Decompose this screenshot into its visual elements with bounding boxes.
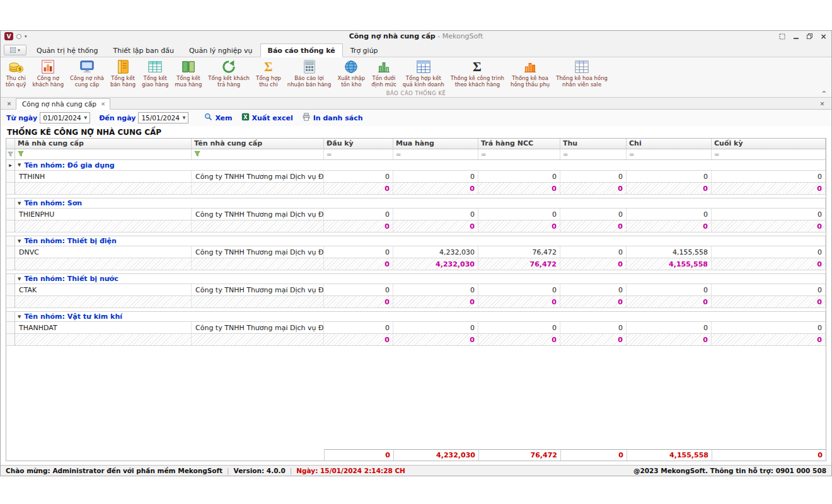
value-cell[interactable]: 0 xyxy=(560,246,627,258)
column-header[interactable]: Trả hàng NCC xyxy=(478,139,560,149)
value-cell[interactable]: 0 xyxy=(627,209,712,220)
column-header[interactable]: Thu xyxy=(560,139,627,149)
collapse-arrow-icon[interactable]: ▼ xyxy=(18,201,21,206)
value-cell[interactable]: 4,155,558 xyxy=(627,246,712,258)
filter-cell[interactable]: = xyxy=(712,149,826,159)
ribbon-button[interactable]: Công nợ nhàcung cấp xyxy=(67,59,107,90)
to-date-input[interactable] xyxy=(139,114,180,122)
filter-cell[interactable]: = xyxy=(393,149,478,159)
value-cell[interactable]: 0 xyxy=(478,171,560,183)
column-header[interactable]: Tên nhà cung cấp xyxy=(192,139,324,149)
ribbon-button[interactable]: Báo cáo lợinhuận bán hàng xyxy=(284,59,335,90)
ribbon-button[interactable]: Tổng hợp kếtquả kinh doanh xyxy=(400,59,448,90)
ribbon-tab[interactable]: Quản trị hệ thống xyxy=(29,43,105,57)
value-cell[interactable]: 0 xyxy=(324,209,393,220)
value-cell[interactable]: 0 xyxy=(712,171,826,183)
group-row[interactable]: ▸▼Tên nhóm: Đồ gia dụng xyxy=(6,160,826,171)
table-row[interactable]: THIENPHUCông ty TNHH Thương mại Dịch vụ … xyxy=(6,209,826,220)
value-cell[interactable]: 0 xyxy=(324,246,393,258)
value-cell[interactable]: 0 xyxy=(324,171,393,183)
group-header-cell[interactable]: ▼Tên nhóm: Đồ gia dụng xyxy=(15,160,826,171)
group-row[interactable]: ▼Tên nhóm: Thiết bị nước xyxy=(6,273,826,284)
group-header-cell[interactable]: ▼Tên nhóm: Vật tư kim khí xyxy=(15,312,826,322)
value-cell[interactable]: 0 xyxy=(627,284,712,296)
value-cell[interactable]: 76,472 xyxy=(478,246,560,258)
filter-funnel-icon[interactable] xyxy=(18,151,24,158)
print-list-button[interactable]: In danh sách xyxy=(298,112,367,124)
group-header-cell[interactable]: ▼Tên nhóm: Thiết bị nước xyxy=(15,274,826,284)
close-document-icon[interactable]: ✕ xyxy=(4,99,14,108)
to-date-dropdown-icon[interactable]: ▼ xyxy=(180,115,188,120)
supplier-code-cell[interactable]: THIENPHU xyxy=(15,209,192,220)
ribbon-collapse-icon[interactable]: ^ xyxy=(821,90,826,96)
supplier-name-cell[interactable]: Công ty TNHH Thương mại Dịch vụ Điện nướ… xyxy=(192,171,324,183)
from-date-picker[interactable]: ▼ xyxy=(40,112,90,123)
value-cell[interactable]: 0 xyxy=(712,209,826,220)
qat-circle-icon[interactable] xyxy=(16,34,21,39)
filter-cell[interactable]: = xyxy=(324,149,393,159)
ribbon-tab[interactable]: Quản lý nghiệp vụ xyxy=(182,43,260,57)
supplier-name-cell[interactable]: Công ty TNHH Thương mại Dịch vụ Điện nướ… xyxy=(192,246,324,258)
ribbon-tab[interactable]: Thiết lập ban đầu xyxy=(105,43,182,57)
value-cell[interactable]: 0 xyxy=(393,209,478,220)
group-header-cell[interactable]: ▼Tên nhóm: Thiết bị điện xyxy=(15,236,826,246)
ribbon-button[interactable]: Tổng kết kháchtrả hàng xyxy=(205,59,253,90)
ribbon-button[interactable]: Tổng kếtbán hàng xyxy=(107,59,139,90)
column-header[interactable]: Chi xyxy=(627,139,712,149)
ribbon-button[interactable]: Công nợkhách hàng xyxy=(29,59,67,90)
from-date-input[interactable] xyxy=(40,114,81,122)
filter-row-indicator[interactable] xyxy=(6,149,15,159)
view-button[interactable]: Xem xyxy=(200,112,236,124)
value-cell[interactable]: 4,232,030 xyxy=(393,246,478,258)
document-tab-active[interactable]: Công nợ nhà cung cấp ✕ xyxy=(16,98,110,110)
ribbon-button[interactable]: ΣTổng hợpthu chi xyxy=(253,59,284,90)
filter-cell[interactable]: = xyxy=(478,149,560,159)
collapse-arrow-icon[interactable]: ▼ xyxy=(18,277,21,282)
restore-button[interactable] xyxy=(806,32,814,40)
collapse-arrow-icon[interactable]: ▼ xyxy=(18,163,21,168)
table-row[interactable]: TTHINHCông ty TNHH Thương mại Dịch vụ Đi… xyxy=(6,171,826,183)
close-all-icon[interactable]: ✕ xyxy=(818,99,827,108)
value-cell[interactable]: 0 xyxy=(627,322,712,334)
value-cell[interactable]: 0 xyxy=(712,284,826,296)
filter-cell[interactable] xyxy=(192,149,324,159)
value-cell[interactable]: 0 xyxy=(478,322,560,334)
value-cell[interactable]: 0 xyxy=(393,322,478,334)
ribbon-button[interactable]: Tồn dướiđịnh mức xyxy=(368,59,400,90)
value-cell[interactable]: 0 xyxy=(560,171,627,183)
value-cell[interactable]: 0 xyxy=(560,322,627,334)
group-row[interactable]: ▼Tên nhóm: Vật tư kim khí xyxy=(6,311,826,322)
to-date-picker[interactable]: ▼ xyxy=(138,112,188,123)
supplier-code-cell[interactable]: DNVC xyxy=(15,246,192,258)
column-header[interactable]: Cuối kỳ xyxy=(712,139,826,149)
value-cell[interactable]: 0 xyxy=(712,322,826,334)
ribbon-button[interactable]: Xuất nhậptồn kho xyxy=(334,59,368,90)
ribbon-button[interactable]: ΣThống kê công trìnhtheo khách hàng xyxy=(448,59,507,90)
minimize-button[interactable] xyxy=(792,32,800,40)
column-header[interactable]: Mã nhà cung cấp xyxy=(15,139,192,149)
value-cell[interactable]: 0 xyxy=(478,284,560,296)
fullscreen-button[interactable] xyxy=(778,32,786,40)
supplier-code-cell[interactable]: THANHDAT xyxy=(15,322,192,334)
ribbon-button[interactable]: Thống kê hoahồng thầu phụ xyxy=(507,59,553,90)
from-date-dropdown-icon[interactable]: ▼ xyxy=(81,115,90,120)
value-cell[interactable]: 0 xyxy=(712,246,826,258)
value-cell[interactable]: 0 xyxy=(560,209,627,220)
value-cell[interactable]: 0 xyxy=(627,171,712,183)
supplier-name-cell[interactable]: Công ty TNHH Thương mại Dịch vụ Điện nướ… xyxy=(192,284,324,296)
group-header-cell[interactable]: ▼Tên nhóm: Sơn xyxy=(15,198,826,209)
value-cell[interactable]: 0 xyxy=(560,284,627,296)
ribbon-button[interactable]: Tổng kếtmua hàng xyxy=(171,59,205,90)
supplier-name-cell[interactable]: Công ty TNHH Thương mại Dịch vụ Điện nướ… xyxy=(192,322,324,334)
application-menu-button[interactable]: ▾ xyxy=(4,45,26,55)
column-header[interactable]: Mua hàng xyxy=(393,139,478,149)
supplier-name-cell[interactable]: Công ty TNHH Thương mại Dịch vụ Điện nướ… xyxy=(192,209,324,220)
ribbon-tab[interactable]: Trợ giúp xyxy=(343,43,386,57)
value-cell[interactable]: 0 xyxy=(393,171,478,183)
app-logo-icon[interactable]: V xyxy=(4,32,13,40)
table-row[interactable]: THANHDATCông ty TNHH Thương mại Dịch vụ … xyxy=(6,322,826,334)
table-row[interactable]: CTAKCông ty TNHH Thương mại Dịch vụ Điện… xyxy=(6,284,826,296)
filter-cell[interactable]: = xyxy=(627,149,712,159)
filter-funnel-icon[interactable] xyxy=(194,151,200,158)
filter-cell[interactable] xyxy=(15,149,192,159)
